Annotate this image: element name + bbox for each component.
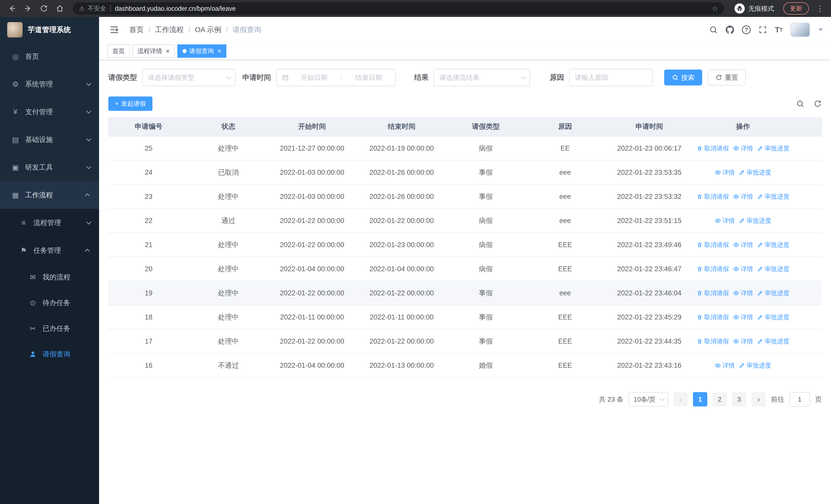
cancel-leave-action-link[interactable]: 取消请假: [696, 144, 729, 152]
detail-action-link[interactable]: 详情: [733, 289, 753, 297]
refresh-icon[interactable]: [813, 99, 822, 108]
page-button-3[interactable]: 3: [732, 392, 746, 407]
progress-action-link[interactable]: 审批进度: [757, 289, 790, 297]
fullscreen-icon[interactable]: [758, 25, 767, 34]
sidebar-toggle-button[interactable]: [107, 23, 121, 37]
progress-action-link[interactable]: 审批进度: [757, 241, 790, 249]
sidebar-item-task-management[interactable]: ⚑ 任务管理: [0, 237, 99, 264]
detail-action-link[interactable]: 详情: [733, 265, 753, 273]
detail-action-link[interactable]: 详情: [715, 361, 735, 369]
sidebar-item-system[interactable]: ⚙ 系统管理: [0, 70, 99, 98]
github-icon[interactable]: [725, 25, 734, 34]
sidebar-item-devtools[interactable]: ▣ 研发工具: [0, 153, 99, 181]
sidebar-item-process-management[interactable]: ≡ 流程管理: [0, 209, 99, 237]
browser-forward-button[interactable]: [21, 2, 35, 16]
reset-button[interactable]: 重置: [708, 69, 746, 85]
header-search-icon[interactable]: [709, 25, 718, 34]
address-bar[interactable]: ⚠ 不安全 dashboard.yudao.iocoder.cn/bpm/oa/…: [73, 2, 724, 14]
leave-type-select[interactable]: [142, 69, 236, 86]
progress-action-link[interactable]: 审批进度: [757, 144, 790, 152]
close-icon[interactable]: ×: [166, 48, 170, 54]
detail-action-link[interactable]: 详情: [733, 337, 753, 346]
reason-input-wrap[interactable]: [569, 69, 653, 86]
browser-menu-icon[interactable]: ⋮: [814, 4, 826, 13]
cancel-leave-action-link[interactable]: 取消请假: [696, 313, 729, 321]
trash-icon: [696, 290, 703, 296]
security-warning[interactable]: ⚠ 不安全: [79, 4, 106, 12]
goto-page-input[interactable]: [790, 392, 810, 407]
browser-update-button[interactable]: 更新: [783, 2, 809, 14]
page-content: 请假类型 申请时间 - 结果: [99, 60, 831, 504]
progress-action-link[interactable]: 审批进度: [757, 192, 790, 201]
page-suffix-label: 页: [815, 395, 822, 404]
detail-action-link[interactable]: 详情: [733, 313, 753, 321]
dashboard-icon: ◎: [11, 52, 20, 61]
progress-action-link[interactable]: 审批进度: [757, 265, 790, 273]
cancel-leave-action-link[interactable]: 取消请假: [696, 241, 729, 249]
leave-type-label: 请假类型: [108, 72, 137, 82]
sidebar-item-pending-tasks[interactable]: ⊙ 待办任务: [0, 290, 99, 316]
browser-home-button[interactable]: [53, 2, 67, 16]
next-page-button[interactable]: ›: [751, 392, 766, 407]
prev-page-button[interactable]: ‹: [674, 392, 688, 407]
bookmark-star-icon[interactable]: ☆: [712, 4, 718, 13]
detail-action-link[interactable]: 详情: [715, 168, 735, 177]
avatar-caret-icon[interactable]: [819, 28, 823, 31]
breadcrumb-workflow[interactable]: 工作流程: [155, 25, 184, 35]
help-icon[interactable]: ?: [742, 25, 751, 34]
search-button[interactable]: 搜索: [664, 69, 702, 85]
sidebar-item-workflow[interactable]: ▦ 工作流程: [0, 181, 99, 209]
breadcrumb-oa-example[interactable]: OA 示例: [195, 25, 222, 35]
column-header-reason: 原因: [524, 122, 606, 131]
page-size-select[interactable]: 10条/页: [629, 392, 668, 407]
page-button-1[interactable]: 1: [693, 392, 707, 407]
start-date-input[interactable]: [292, 73, 336, 82]
leave-type-select-input[interactable]: [148, 73, 223, 82]
user-avatar[interactable]: [791, 23, 810, 37]
sidebar-item-payment[interactable]: ¥ 支付管理: [0, 98, 99, 126]
browser-back-button[interactable]: [5, 2, 19, 16]
breadcrumb-home[interactable]: 首页: [130, 25, 144, 35]
detail-action-link[interactable]: 详情: [733, 144, 753, 152]
sidebar-item-leave-query[interactable]: 请假查询: [0, 341, 99, 367]
sidebar-item-done-tasks[interactable]: ✂ 已办任务: [0, 316, 99, 341]
progress-action-link[interactable]: 审批进度: [739, 168, 771, 177]
cancel-leave-action-link[interactable]: 取消请假: [696, 192, 729, 201]
pagination-total: 共 23 条: [599, 395, 623, 404]
tab-leave-query[interactable]: 请假查询 ×: [177, 45, 226, 58]
toggle-search-icon[interactable]: [796, 99, 804, 108]
reason-input[interactable]: [575, 73, 647, 82]
result-select-input[interactable]: [439, 73, 517, 82]
progress-action-link[interactable]: 审批进度: [757, 337, 790, 346]
edit-icon: [739, 362, 745, 368]
progress-action-link[interactable]: 审批进度: [739, 216, 771, 225]
sidebar-item-infrastructure[interactable]: ▤ 基础设施: [0, 126, 99, 153]
date-range-separator: -: [339, 73, 344, 82]
detail-action-link[interactable]: 详情: [733, 192, 753, 201]
tab-process-detail[interactable]: 流程详情 ×: [133, 45, 175, 58]
incognito-indicator: 无痕模式: [735, 3, 774, 13]
table-cell: 2022-01-23 00:06:17: [606, 145, 693, 152]
tab-home[interactable]: 首页: [107, 45, 130, 58]
cancel-leave-action-link[interactable]: 取消请假: [696, 289, 729, 297]
sidebar-item-my-process[interactable]: ✉ 我的流程: [0, 264, 99, 290]
cancel-leave-action-link[interactable]: 取消请假: [696, 265, 729, 273]
actions-cell: 详情审批进度: [693, 216, 793, 225]
close-icon[interactable]: ×: [218, 48, 221, 54]
progress-action-link[interactable]: 审批进度: [739, 361, 771, 369]
detail-action-link[interactable]: 详情: [715, 216, 735, 225]
eye-icon: [733, 145, 739, 151]
page-button-2[interactable]: 2: [712, 392, 727, 407]
browser-reload-button[interactable]: [37, 2, 51, 16]
cancel-leave-action-link[interactable]: 取消请假: [696, 337, 729, 346]
end-date-input[interactable]: [347, 73, 390, 82]
progress-action-link[interactable]: 审批进度: [757, 313, 790, 321]
result-select[interactable]: [434, 69, 530, 86]
detail-action-link[interactable]: 详情: [733, 241, 753, 249]
eye-icon: [733, 314, 739, 320]
breadcrumb-separator: /: [148, 26, 150, 34]
font-size-icon[interactable]: TT: [775, 26, 783, 34]
apply-time-range-picker[interactable]: -: [276, 69, 396, 86]
sidebar-item-home[interactable]: ◎ 首页: [0, 42, 99, 70]
create-leave-button[interactable]: + 发起请假: [108, 96, 152, 111]
